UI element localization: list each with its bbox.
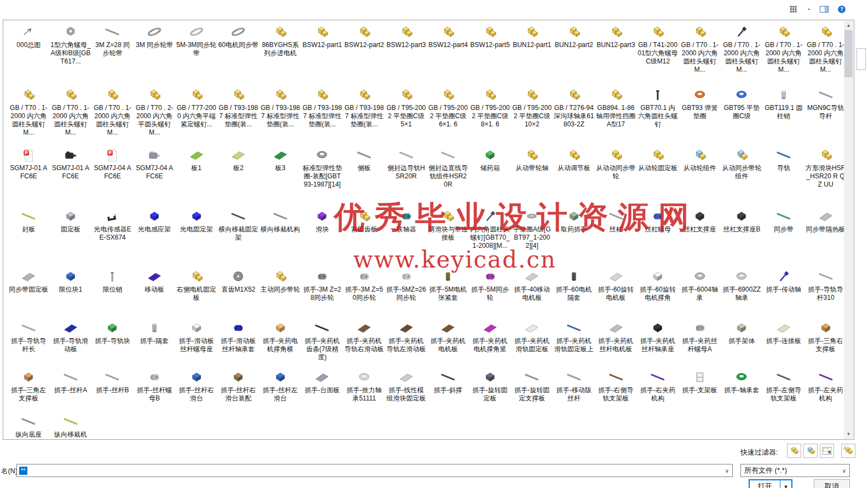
file-item[interactable]: 抓手-夹药机电机撑角竖 xyxy=(469,318,511,368)
drawings-filter-button[interactable] xyxy=(820,444,834,458)
file-item[interactable]: 抓手-6004轴承 xyxy=(679,267,721,318)
file-item[interactable]: 抓手-三角左支撑板 xyxy=(8,368,50,414)
file-item[interactable]: GB / T95-2002 平垫圈C级 5×1 xyxy=(385,85,427,146)
file-item[interactable]: 抓手-夹药机导轨右滑动板 xyxy=(343,318,386,368)
file-name-input[interactable]: ** ∨ xyxy=(16,464,733,477)
file-item[interactable]: 抓手-左侧导轨支架板 xyxy=(763,368,805,414)
file-item[interactable]: 抓手-三角右支撑板 xyxy=(804,318,847,368)
file-item[interactable]: GB / T93-1987 标准型弹性垫圈(装... xyxy=(217,85,260,146)
file-item[interactable]: 侧封边导轨HSR20R xyxy=(385,146,427,207)
file-item[interactable]: 同步带 xyxy=(763,207,805,267)
scrollbar-thumb[interactable] xyxy=(844,30,853,77)
file-item[interactable]: GB / T276-94深沟球轴承61803-2Z xyxy=(553,85,595,146)
file-item[interactable]: 5M-3M同步轮带 xyxy=(175,22,217,85)
file-item[interactable]: 抓手-夹药机滑轨固定板上 xyxy=(553,318,595,368)
file-item[interactable]: GB / T70 . 1-2000 内六角圆柱头螺钉M... xyxy=(804,22,847,85)
file-item[interactable]: 抓手架体 xyxy=(721,318,763,368)
file-item[interactable]: 抓手-线性模组滑块固定板 xyxy=(385,368,427,414)
open-dropdown-arrow-icon[interactable]: ▼ xyxy=(780,480,791,488)
file-item[interactable]: 抓手-夹药机电机板 xyxy=(427,318,469,368)
file-item[interactable]: 3M Z=28 同步轮带 xyxy=(91,22,134,85)
file-item[interactable]: 光电固定架 xyxy=(175,207,217,267)
file-item[interactable]: 从动动同步带轮 xyxy=(595,146,637,207)
file-item[interactable]: GBT119.1 圆柱销 xyxy=(763,85,805,146)
file-item[interactable]: 导轨 xyxy=(763,146,805,207)
scrollbar-down-arrow-icon[interactable]: ▼ xyxy=(844,429,853,439)
file-item[interactable]: 主动同步带轮 xyxy=(260,267,302,318)
file-item[interactable]: GB / T70 . 1-2000 内六角圆柱头螺钉M... xyxy=(679,22,721,85)
file-item[interactable]: GB / T70 . 1-2000 内六角圆柱头螺钉M... xyxy=(8,85,50,146)
file-item[interactable]: 抓手-夹药机齿条(7级精度) xyxy=(301,318,343,368)
file-item[interactable]: 抓手-3M Z=50同步轮 xyxy=(343,267,386,318)
file-item[interactable]: 抓手-移动版丝杆 xyxy=(553,368,595,414)
file-item[interactable]: GB / T93-1987 标准型弹性垫圈(装... xyxy=(260,85,302,146)
file-item[interactable]: 抓手-支架板 xyxy=(679,368,721,414)
file-item[interactable]: GB894. 1-86轴用弹性挡圈A型17 xyxy=(595,85,637,146)
file-item[interactable]: 丝杠支撑座B xyxy=(721,207,763,267)
file-type-select[interactable]: 所有文件 (*.*) ∨ xyxy=(740,464,850,477)
file-item[interactable]: 抓手-丝杆螺母B xyxy=(134,368,176,414)
file-item[interactable]: BSW12-part5 xyxy=(469,22,511,85)
file-item[interactable]: 同步带隔热板 xyxy=(804,207,847,267)
file-item[interactable]: GB / T93-1987 标准型弹性垫圈(装... xyxy=(301,85,343,146)
file-item[interactable]: 丝杠 xyxy=(595,207,637,267)
file-item[interactable]: 同步带固定板 xyxy=(8,267,50,318)
file-item[interactable]: 抓手-传动轴 xyxy=(763,267,805,318)
file-item[interactable]: GB / T93-1987 标准型弹性垫圈(装... xyxy=(343,85,386,146)
file-item[interactable]: GB / T70 . 1-2000 内六角圆柱头螺钉M... xyxy=(721,22,763,85)
file-item[interactable]: 抓手-6900ZZ轴承 xyxy=(721,267,763,318)
file-item[interactable]: GB / T77-2000 内六角平端紧定螺钉... xyxy=(175,85,217,146)
file-item[interactable]: GB / T70 . 1-2000 内六角圆柱头螺钉M... xyxy=(50,85,92,146)
file-item[interactable]: 直齿M1X52 xyxy=(217,267,260,318)
file-item[interactable]: 抓手-夹药机丝杆电机板 xyxy=(595,318,637,368)
file-item[interactable]: 从动带轮轴 xyxy=(511,146,553,207)
file-item[interactable]: 抓手-丝杆右滑台 xyxy=(175,368,217,414)
file-item[interactable]: 抓手-台面板 xyxy=(301,368,343,414)
file-item[interactable]: 移动板 xyxy=(134,267,176,318)
file-item[interactable]: 固定板 xyxy=(50,207,92,267)
file-item[interactable]: 纵向移栽机 xyxy=(50,414,92,439)
file-item[interactable]: 侧板 xyxy=(343,146,386,207)
file-item[interactable]: 抓手-丝杆A xyxy=(50,368,92,414)
file-item[interactable]: 横向移栽机构 xyxy=(260,207,302,267)
file-item[interactable]: 抓手-右夹药机构 xyxy=(637,368,679,414)
file-item[interactable]: 紧固齿板 xyxy=(343,207,386,267)
file-item[interactable]: 抓手-导轨导杆长 xyxy=(8,318,50,368)
file-item[interactable]: SGM7J-01 AFC6E xyxy=(50,146,92,207)
file-item[interactable]: 侧封边直线导轨组件HSR20R xyxy=(427,146,469,207)
file-item[interactable]: 1型六角螺母_A级和B级[GBT617... xyxy=(50,22,92,85)
file-item[interactable]: 抓手-60电机隔套 xyxy=(553,267,595,318)
file-item[interactable]: MGN9C导轨导杆 xyxy=(804,85,847,146)
top-level-assemblies-filter-button[interactable] xyxy=(841,444,855,458)
file-item[interactable]: GB / T95-2002 平垫圈C级 10×2 xyxy=(511,85,553,146)
file-item[interactable]: 光电传感器EE-SX674 xyxy=(91,207,134,267)
view-dropdown-caret-icon[interactable] xyxy=(806,6,812,13)
file-item[interactable]: 抓手-隔套 xyxy=(134,318,176,368)
file-item[interactable]: 抓手-5MZ=26同步轮 xyxy=(385,267,427,318)
file-item[interactable]: 平垫圈A级[GBT97_1-2002][4] xyxy=(511,207,553,267)
file-item[interactable]: 两滑块与带连接板 xyxy=(427,207,469,267)
file-item[interactable]: 丝杠螺母 xyxy=(637,207,679,267)
file-item[interactable]: GBT95 平垫圈C级 xyxy=(721,85,763,146)
file-item[interactable]: 取药抓手 xyxy=(553,207,595,267)
file-item[interactable]: 滑块 xyxy=(301,207,343,267)
file-item[interactable]: GB / T70 . 1-2000 内六角圆柱头螺钉M... xyxy=(91,85,134,146)
file-item[interactable]: PSGM7J-04 AFC6E xyxy=(91,146,134,207)
file-item[interactable]: 60电机同步带 xyxy=(217,22,260,85)
file-item[interactable]: PSGM7J-01 AFC6E xyxy=(8,146,50,207)
file-item[interactable]: 从动轮组件 xyxy=(679,146,721,207)
chevron-down-icon[interactable]: ∨ xyxy=(725,468,729,474)
file-item[interactable]: 限位块1 xyxy=(50,267,92,318)
file-item[interactable]: 抓手-60旋转电机板 xyxy=(595,267,637,318)
file-item[interactable]: 抓手-轴承套 xyxy=(721,368,763,414)
preview-pane-icon[interactable] xyxy=(819,4,830,15)
file-item[interactable]: BSW12-part2 xyxy=(343,22,386,85)
file-item[interactable]: 抓手-夹药丝杆螺母A xyxy=(679,318,721,368)
file-item[interactable]: GB / T70 . 1-2000 内六角圆柱头螺钉M... xyxy=(763,22,805,85)
open-button[interactable]: 打开 ▼ xyxy=(749,479,792,488)
file-item[interactable]: 纵向底座 xyxy=(8,414,50,439)
file-item[interactable]: 抓手-滑动板丝杆轴承套 xyxy=(217,318,260,368)
file-item[interactable]: 抓手-3M Z=28同步轮 xyxy=(301,267,343,318)
scrollbar-up-arrow-icon[interactable]: ▲ xyxy=(844,21,853,30)
help-icon[interactable]: ? xyxy=(836,4,847,15)
